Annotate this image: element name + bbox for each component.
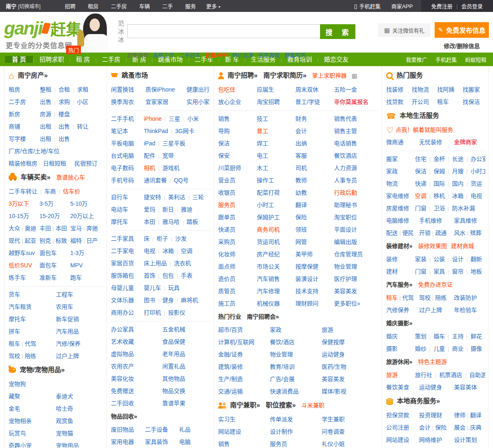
link[interactable]: 卫浴 — [433, 205, 445, 211]
section-header-link[interactable]: 职位搜索» — [266, 402, 296, 409]
link[interactable]: 司机 — [295, 165, 307, 171]
link[interactable]: 相机 — [144, 165, 155, 171]
link[interactable]: 家电维修 — [386, 193, 409, 199]
register-link[interactable]: 免费注册 — [431, 2, 453, 10]
link[interactable]: 健康出行 — [187, 86, 210, 93]
link[interactable]: 车商 — [44, 188, 56, 195]
link[interactable]: 闲置换钱 — [111, 86, 134, 93]
link[interactable]: 操作工 — [257, 177, 274, 184]
link[interactable]: 二手回收 — [111, 400, 134, 407]
link[interactable]: 教师 — [295, 177, 307, 184]
link[interactable]: 疏通 — [435, 230, 447, 236]
link[interactable]: 游戏机 — [162, 165, 180, 171]
link[interactable]: iPad — [144, 140, 155, 147]
link[interactable]: 放心企业 — [218, 99, 241, 105]
link[interactable]: 电视 — [144, 248, 155, 254]
link[interactable]: 踏板 — [187, 218, 198, 225]
search-input[interactable] — [127, 24, 320, 38]
link[interactable]: 礼品 — [179, 426, 191, 433]
link[interactable]: 网站建设 — [218, 428, 241, 435]
nav-item[interactable]: 婚恋交友 — [318, 56, 354, 63]
link[interactable]: 质保iPhone — [145, 86, 175, 93]
link[interactable]: 生产/制造 — [218, 376, 243, 382]
link[interactable]: 标致 — [55, 237, 67, 244]
login-link[interactable]: 会员登录 — [461, 2, 483, 10]
link[interactable]: 行政后勤 — [334, 189, 357, 196]
link[interactable]: 找物流 — [412, 86, 429, 93]
link[interactable]: 服务员 — [270, 441, 287, 447]
section-header-link[interactable]: 靠谱放心车 — [56, 174, 85, 181]
link[interactable]: 冰箱 — [452, 193, 463, 199]
link[interactable]: 日产 — [86, 237, 98, 244]
link[interactable]: 家装 — [415, 256, 426, 262]
link[interactable]: 设计制作 — [270, 428, 293, 435]
switch-city-link[interactable]: [切换城市] — [18, 2, 41, 9]
link[interactable]: 五金机械 — [162, 326, 185, 333]
link[interactable]: 商务司机 — [257, 226, 280, 233]
link[interactable]: 设计策划 — [454, 437, 477, 443]
link[interactable]: 律师 — [454, 412, 465, 418]
link[interactable]: 麻将机 — [181, 297, 198, 303]
link[interactable]: 陪练 — [25, 353, 36, 359]
link[interactable]: 淘宝职位 — [334, 214, 357, 221]
link[interactable]: 无忧装修 — [419, 139, 442, 145]
link[interactable]: 工程车 — [56, 291, 73, 298]
link[interactable]: 应届生 — [257, 86, 274, 93]
link[interactable]: 策划 — [415, 333, 426, 340]
link[interactable]: 保险 — [435, 424, 447, 431]
link[interactable]: 哈士奇 — [56, 405, 73, 412]
link[interactable]: 精装修租房 — [9, 160, 37, 167]
link[interactable]: 鲜花 — [470, 333, 482, 340]
link[interactable]: 国际 — [433, 180, 445, 187]
link[interactable]: 5-10万 — [70, 200, 88, 207]
link[interactable]: 销售 — [218, 441, 230, 447]
link[interactable]: 金杯 — [433, 156, 445, 162]
section-header-link[interactable]: 南宁招聘会» — [247, 313, 279, 320]
link[interactable]: 日租短租 — [43, 160, 66, 167]
link[interactable]: 出售 — [58, 123, 70, 130]
link[interactable]: 礼仪小姐 — [322, 441, 345, 447]
link[interactable]: 金牌商家 — [454, 139, 477, 145]
link[interactable]: 宽带 — [162, 152, 174, 159]
link[interactable]: MPV — [70, 262, 83, 269]
link[interactable]: 宜家家居 — [145, 99, 168, 105]
link[interactable]: 家政 — [386, 168, 398, 175]
link[interactable]: 物业管理 — [334, 263, 357, 270]
topbar-link[interactable]: 招聘 — [65, 2, 76, 10]
link[interactable]: 长途 — [452, 156, 463, 162]
link[interactable]: 担保贷款 — [386, 412, 409, 418]
link[interactable]: 市场公关 — [257, 263, 280, 270]
link[interactable]: 防水补漏 — [452, 205, 475, 211]
link[interactable]: 冰箱 — [162, 248, 174, 254]
link[interactable]: 保险 — [295, 214, 307, 221]
section-title[interactable]: 婚庆摄影» — [386, 320, 412, 326]
link[interactable]: 笔记本 — [111, 128, 128, 134]
link[interactable]: 媒体/影视 — [322, 388, 346, 395]
link[interactable]: 厂房/仓库/土地/车位 — [9, 148, 60, 154]
link[interactable]: 首饰 — [144, 272, 155, 279]
publish-button[interactable]: ✎免费发布信息 — [435, 22, 489, 38]
link[interactable]: 摩托车 — [9, 316, 26, 322]
link[interactable]: ThinkPad — [144, 128, 168, 134]
link[interactable]: 食品保健 — [162, 338, 185, 345]
link[interactable]: 汽车修理 — [257, 288, 280, 294]
link[interactable]: 自助游 — [469, 372, 485, 378]
link[interactable]: 公司注册 — [386, 424, 409, 431]
link[interactable]: 办公室 — [470, 156, 485, 162]
link[interactable]: 展会 — [454, 424, 465, 431]
link[interactable]: 实用小家电 — [187, 99, 210, 105]
link[interactable]: 保安 — [218, 152, 230, 159]
link[interactable]: 技工 — [257, 115, 268, 122]
section-title[interactable]: 车辆买卖» — [21, 174, 51, 181]
link[interactable]: 美容美体 — [454, 384, 477, 391]
link[interactable]: 图书 — [144, 297, 155, 303]
section-title[interactable]: 南宁房产» — [18, 72, 48, 79]
link[interactable]: 网管 — [295, 239, 307, 245]
section-header-link[interactable]: 免费办进京证 — [418, 281, 453, 288]
link[interactable]: 房源 — [40, 111, 51, 117]
link[interactable]: 快递 — [415, 180, 426, 187]
link[interactable]: 找阿姨 — [437, 86, 454, 93]
link[interactable]: 跑车 — [70, 274, 82, 281]
link[interactable]: 木工 — [257, 165, 268, 171]
section-title[interactable]: 汽车服务» — [386, 281, 412, 288]
